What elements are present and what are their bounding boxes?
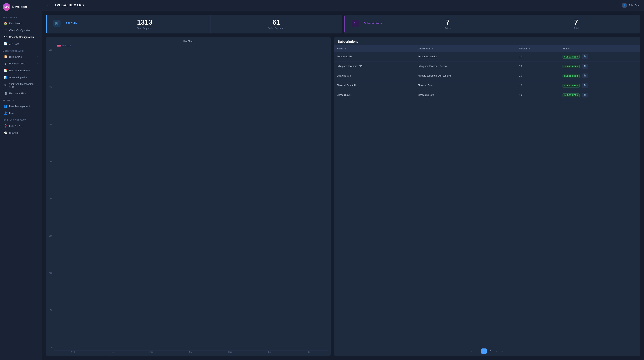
- chevron-payment-icon: ▾: [38, 63, 38, 65]
- chart-legend: API Calls: [49, 44, 328, 47]
- status-badge: SUBSCRIBED: [562, 84, 580, 88]
- sidebar-item-user[interactable]: 👤 User ▾: [1, 110, 41, 116]
- view-button-2[interactable]: 🔍: [582, 74, 588, 78]
- pagination: « ‹ 1 2 › »: [334, 346, 640, 356]
- chevron-accounting-icon: ▾: [38, 76, 38, 79]
- view-button-1[interactable]: 🔍: [582, 64, 588, 69]
- col-name: Name ⇅: [334, 45, 415, 52]
- cell-name: Billing and Payments API: [334, 61, 415, 71]
- sidebar-item-audit-apis[interactable]: ✉ Audit And Messsaging APIs ▾: [1, 81, 41, 90]
- cell-version: 1.0: [516, 52, 560, 62]
- total-subs-value: 7: [515, 19, 637, 26]
- logo-icon: MS: [3, 3, 10, 11]
- chevron-audit-icon: ▾: [38, 84, 38, 87]
- sidebar-item-reconciliation-apis[interactable]: 📑 Reconcillation APIs ▾: [1, 67, 41, 74]
- sidebar-label-client-config: Client Configuration: [9, 29, 31, 32]
- view-button-4[interactable]: 🔍: [582, 93, 588, 98]
- bottom-row: Bar Chart API Calls 400 350 300 250 200 …: [46, 37, 640, 356]
- subscriptions-icon: $: [352, 20, 359, 27]
- reconciliation-icon: 📑: [4, 69, 7, 72]
- sidebar-label-api-logs: API Logs: [9, 43, 20, 45]
- sidebar-label-billing-apis: Billing APIs: [9, 55, 22, 58]
- cell-status: SUBSCRIBED 🔍: [560, 90, 640, 100]
- sidebar-label-resource-apis: Resource APIs: [9, 92, 26, 95]
- chevron-down-icon: ▾: [38, 29, 38, 31]
- table-row: Messaging API Messaging Data 1.0 SUBSCRI…: [334, 90, 640, 100]
- table-row: Accounting API Accounting service 1.0 SU…: [334, 52, 640, 62]
- help-icon: ❓: [4, 124, 7, 128]
- subscriptions-stats-title: Subscriptions: [364, 22, 382, 25]
- back-button[interactable]: ‹: [47, 3, 48, 7]
- chevron-resource-icon: ▾: [38, 92, 38, 94]
- sort-description-icon[interactable]: ⇅: [432, 48, 434, 50]
- sidebar-item-billing-apis[interactable]: 📋 Billing APIs ▾: [1, 54, 41, 60]
- billing-icon: 📋: [4, 55, 7, 59]
- cell-status: SUBSCRIBED 🔍: [560, 52, 640, 62]
- user-icon: 👤: [4, 111, 7, 115]
- sidebar-item-accounting-apis[interactable]: 📊 Accounting APIs ▾: [1, 74, 41, 81]
- sidebar-item-client-config[interactable]: ☰ Client Configuration ▾: [1, 27, 41, 34]
- page-title: API DASHBOARD: [54, 4, 84, 7]
- sidebar-item-help-faq[interactable]: ❓ Help & FAQ ▾: [1, 123, 41, 129]
- view-button-3[interactable]: 🔍: [582, 83, 588, 88]
- sidebar-label-accounting-apis: Accounting APIs: [9, 76, 28, 79]
- section-favourites: FAVOURITES: [0, 14, 42, 20]
- cell-version: 1.0: [516, 61, 560, 71]
- support-icon: 💬: [4, 131, 7, 135]
- page-first-button[interactable]: «: [469, 348, 474, 354]
- cell-version: 1.0: [516, 90, 560, 100]
- chevron-billing-icon: ▾: [38, 56, 38, 58]
- chart-wrapper: 400 350 300 250 200 150 100 50 0: [49, 49, 328, 353]
- sidebar-logo: MS Developer: [0, 0, 42, 14]
- view-button-0[interactable]: 🔍: [582, 54, 588, 59]
- sidebar-item-user-management[interactable]: 👥 User Management: [1, 103, 41, 109]
- menu-icon: ☰: [4, 29, 7, 32]
- sidebar-item-api-logs[interactable]: 📄 API Logs: [1, 41, 41, 47]
- sidebar-item-support[interactable]: 💬 Support: [1, 130, 41, 136]
- cell-status: SUBSCRIBED 🔍: [560, 81, 640, 90]
- active-subs: 7 Active: [384, 15, 512, 34]
- sidebar-label-help-faq: Help & FAQ: [9, 125, 22, 128]
- table-row: Billing and Payments API Billing and Pay…: [334, 61, 640, 71]
- sort-name-icon[interactable]: ⇅: [344, 48, 346, 50]
- total-requests-label: Total Requests: [82, 27, 207, 30]
- sidebar-item-payment-apis[interactable]: £ Payment APIs ▾: [1, 60, 41, 67]
- section-moneysuite: MONEYSUITE APIS: [0, 47, 42, 53]
- users-icon: 👥: [4, 104, 7, 108]
- stats-row: 🛒 API Calls 1313 Total Requests 61 Faile…: [46, 15, 640, 34]
- total-subs: 7 Total: [512, 15, 640, 34]
- cell-description: Messaging Data: [415, 90, 516, 100]
- api-calls-stats: 1313 Total Requests 61 Failed Requests: [79, 15, 342, 34]
- status-badge: SUBSCRIBED: [562, 55, 580, 59]
- cell-name: Messaging API: [334, 90, 415, 100]
- sidebar-item-resource-apis[interactable]: 🗄 Resource APIs ▾: [1, 90, 41, 97]
- main-area: ‹ | API DASHBOARD 👤 John Doe 🛒 API Calls: [42, 0, 644, 360]
- chevron-user-icon: ▾: [38, 112, 38, 114]
- page-next-button[interactable]: ›: [494, 348, 499, 354]
- user-name: John Doe: [629, 4, 640, 7]
- sidebar-label-dashboard: Dashboard: [9, 22, 22, 25]
- page-last-button[interactable]: »: [500, 348, 505, 354]
- page-2-button[interactable]: 2: [488, 348, 493, 354]
- table-row: Customer API Manage customers with conta…: [334, 71, 640, 81]
- home-icon: 🏠: [4, 22, 7, 25]
- page-1-button[interactable]: 1: [481, 348, 487, 354]
- cell-name: Accounting API: [334, 52, 415, 62]
- cell-name: Customer API: [334, 71, 415, 81]
- sidebar-item-security-config[interactable]: 🛡 Security Configuration: [1, 34, 41, 40]
- failed-requests-value: 61: [214, 19, 339, 26]
- cell-status: SUBSCRIBED 🔍: [560, 71, 640, 81]
- sort-version-icon[interactable]: ⇅: [529, 48, 530, 50]
- payment-icon: £: [4, 62, 7, 65]
- total-requests: 1313 Total Requests: [79, 15, 210, 34]
- sidebar-label-security-config: Security Configuration: [9, 36, 34, 39]
- cell-version: 1.0: [516, 71, 560, 81]
- failed-requests-label: Failed Requests: [214, 27, 339, 30]
- avatar: 👤: [622, 3, 627, 8]
- header: ‹ | API DASHBOARD 👤 John Doe: [42, 0, 644, 11]
- content-area: 🛒 API Calls 1313 Total Requests 61 Faile…: [42, 11, 644, 360]
- sidebar-item-dashboard[interactable]: 🏠 Dashboard: [1, 20, 41, 27]
- sidebar-label-user: User: [9, 112, 14, 115]
- page-prev-button[interactable]: ‹: [475, 348, 480, 354]
- shield-icon: 🛡: [4, 35, 7, 39]
